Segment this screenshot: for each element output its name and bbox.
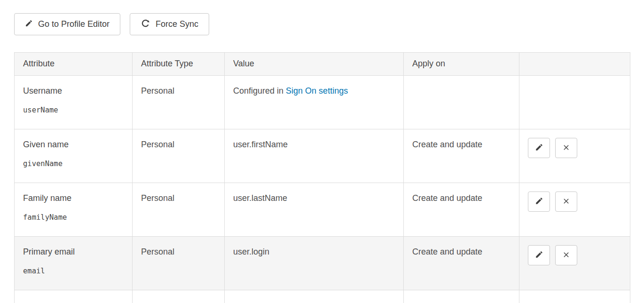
actions-cell (519, 129, 630, 183)
attribute-cell: Primary email email (15, 237, 133, 290)
attribute-variable: givenName (23, 159, 124, 168)
pencil-icon (535, 197, 543, 207)
empty-cell (404, 290, 519, 303)
value-cell: user.firstName (225, 129, 404, 183)
edit-attribute-button[interactable] (528, 191, 550, 212)
value-cell: user.lastName (225, 183, 404, 237)
pencil-icon (25, 19, 33, 30)
attribute-label: Username (23, 86, 124, 96)
edit-attribute-button[interactable] (528, 138, 550, 158)
actions-cell (519, 183, 630, 237)
value-cell: Configured in Sign On settings (225, 76, 404, 129)
table-row-given-name: Given name givenName Personal user.first… (15, 129, 630, 183)
header-attribute-type: Attribute Type (133, 53, 225, 76)
force-sync-button[interactable]: Force Sync (130, 13, 209, 35)
pencil-icon (535, 250, 543, 260)
go-to-profile-editor-label: Go to Profile Editor (38, 19, 110, 29)
attribute-label: Primary email (23, 247, 124, 257)
attribute-type-cell: Personal (133, 76, 225, 129)
header-attribute: Attribute (15, 53, 133, 76)
apply-on-cell: Create and update (404, 183, 519, 237)
refresh-icon (141, 18, 150, 31)
apply-on-cell: Create and update (404, 129, 519, 183)
attribute-label: Family name (23, 193, 124, 203)
empty-cell (133, 290, 225, 303)
force-sync-label: Force Sync (156, 19, 198, 29)
attribute-variable: familyName (23, 213, 124, 222)
pencil-icon (535, 143, 543, 153)
table-header-row: Attribute Attribute Type Value Apply on (15, 53, 630, 76)
close-icon (562, 197, 570, 207)
attribute-type-cell: Personal (133, 237, 225, 290)
empty-cell (519, 290, 630, 303)
attribute-label: Given name (23, 139, 124, 150)
attribute-variable: userName (23, 106, 124, 115)
attribute-type-cell: Personal (133, 183, 225, 237)
attribute-table-container: Attribute Attribute Type Value Apply on … (14, 52, 630, 303)
delete-attribute-button[interactable] (555, 245, 577, 265)
delete-attribute-button[interactable] (555, 138, 577, 158)
attribute-type-cell: Personal (133, 129, 225, 183)
toolbar: Go to Profile Editor Force Sync (0, 0, 644, 35)
go-to-profile-editor-button[interactable]: Go to Profile Editor (14, 13, 120, 35)
close-icon (562, 251, 570, 260)
attribute-mappings-page: Go to Profile Editor Force Sync Attribut… (0, 0, 644, 303)
sign-on-settings-link[interactable]: Sign On settings (286, 86, 348, 96)
apply-on-cell (404, 76, 519, 129)
empty-cell (225, 290, 404, 303)
attribute-cell: Given name givenName (15, 129, 133, 183)
header-actions (519, 53, 630, 76)
apply-on-cell: Create and update (404, 237, 519, 290)
table-row-family-name: Family name familyName Personal user.las… (15, 183, 630, 237)
attribute-cell: Family name familyName (15, 183, 133, 237)
close-icon (562, 144, 570, 153)
table-row-partial (15, 290, 630, 303)
header-apply-on: Apply on (404, 53, 519, 76)
empty-cell (15, 290, 133, 303)
delete-attribute-button[interactable] (555, 191, 577, 212)
table-row-username: Username userName Personal Configured in… (15, 76, 630, 129)
header-value: Value (225, 53, 404, 76)
attribute-variable: email (23, 267, 124, 276)
actions-cell (519, 76, 630, 129)
value-prefix: Configured in (233, 86, 286, 96)
attribute-cell: Username userName (15, 76, 133, 129)
edit-attribute-button[interactable] (528, 245, 550, 265)
attribute-table: Attribute Attribute Type Value Apply on … (14, 52, 630, 303)
table-row-primary-email: Primary email email Personal user.login … (15, 237, 630, 290)
value-cell: user.login (225, 237, 404, 290)
actions-cell (519, 237, 630, 290)
